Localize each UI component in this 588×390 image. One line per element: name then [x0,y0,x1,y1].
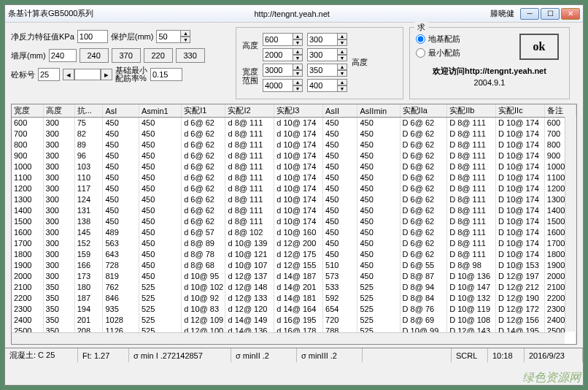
wall-btn-0[interactable]: 240 [80,48,109,63]
spin-down[interactable]: ▼ [293,85,303,92]
spin-down[interactable]: ▼ [337,39,347,46]
ok-button[interactable]: ok [519,34,559,60]
spin-left-0[interactable] [263,33,293,46]
left-form: 净反力特征值KPa 保护层(mm) ▲▼ 墙厚(mm) 240 370 220 … [11,26,230,99]
solve-legend: 求 [414,22,428,33]
height-label: 高度 [242,40,258,51]
spin-down[interactable]: ▼ [293,55,303,61]
minrate-input[interactable] [150,68,182,81]
result-table: 宽度高度抗...AsIAsmin1实配I1实配I2实配I3AsIIAsIImin… [11,104,577,345]
col-header[interactable]: 实配I1 [182,104,225,118]
spin-up[interactable]: ▲ [293,64,303,70]
table-row[interactable]: 24003502011028525d 12@ 109d 14@ 149d 16@… [12,315,576,326]
col-header[interactable]: 高度 [43,104,74,118]
conc-label: 砼标号 [11,69,35,80]
spin-up[interactable]: ▲ [337,64,347,70]
spin-down[interactable]: ▼ [180,37,190,43]
table-row[interactable]: 1600300145489450d 6@ 57d 8@ 102d 10@ 160… [12,227,576,238]
date-text: 2004.9.1 [416,78,563,87]
spin-up[interactable]: ▲ [293,48,303,55]
spin-down[interactable]: ▼ [293,39,303,46]
kpa-input[interactable] [77,30,108,43]
spin-up[interactable]: ▲ [337,48,347,55]
table-row[interactable]: 1500300138450450d 6@ 62d 8@ 111d 10@ 174… [12,216,576,227]
conc-input[interactable] [38,68,60,81]
spin-right-0[interactable] [307,33,338,46]
wall-btn-3[interactable]: 330 [176,48,205,63]
status-smin3: σ minIII .2 [297,348,363,362]
spin-left-3[interactable] [263,79,293,92]
col-header[interactable]: 实配I3 [274,104,323,118]
maximize-button[interactable]: ☐ [541,8,560,20]
table-row[interactable]: 1400300131450450d 6@ 62d 8@ 111d 10@ 174… [12,205,576,216]
radio-min[interactable] [416,48,425,58]
spin-down[interactable]: ▼ [293,70,303,77]
spin-left-1[interactable] [263,48,293,61]
spin-right-3[interactable] [307,79,338,92]
table-row[interactable]: 1700300152563450d 8@ 89d 10@ 139d 12@ 20… [12,238,576,249]
status-smin2: σ minII .2 [231,348,297,362]
spin-up[interactable]: ▲ [293,33,303,39]
spin-up[interactable]: ▲ [337,33,347,39]
minimize-button[interactable]: ─ [520,8,539,20]
wall-input[interactable] [49,49,77,62]
col-header[interactable]: 实配IIb [447,104,496,118]
conc-scroll[interactable]: ◂▸ [63,69,112,80]
kpa-label: 净反力特征值KPa [11,31,74,42]
table-row[interactable]: 90030096450450d 6@ 62d 8@ 111d 10@ 17445… [12,150,576,161]
status-time: 10:18 [488,348,525,362]
cover-input[interactable] [156,30,181,43]
width-range-label: 宽度 范围 [242,67,258,85]
wall-btn-1[interactable]: 370 [112,48,141,63]
horizontal-scrollbar[interactable] [12,332,565,344]
radio-foundation-label: 地基配筋 [428,34,460,45]
table-row[interactable]: 1900300166728450d 8@ 68d 10@ 107d 12@ 15… [12,260,576,271]
table-row[interactable]: 1800300159643450d 8@ 78d 10@ 121d 12@ 17… [12,249,576,260]
app-window: 条基计算表GB5000系列 http://tengnt.yeah.net 滕晓健… [4,4,584,386]
table-row[interactable]: 2000300173819450d 10@ 95d 12@ 137d 14@ 1… [12,271,576,282]
spin-down[interactable]: ▼ [337,85,347,92]
table-row[interactable]: 1000300103450450d 6@ 62d 8@ 111d 10@ 174… [12,161,576,172]
status-concrete: 混凝土: C 25 [5,348,78,362]
col-header[interactable]: 抗... [74,104,103,118]
table-row[interactable]: 2100350180762525d 10@ 102d 12@ 148d 14@ … [12,282,576,293]
table-row[interactable]: 1300300124450450d 6@ 62d 8@ 111d 10@ 174… [12,194,576,205]
table-row[interactable]: 1100300110450450d 6@ 62d 8@ 111d 10@ 174… [12,172,576,183]
spin-right-1[interactable] [307,48,338,61]
range-group: 高度 宽度 范围 ▲▼▲▼▲▼▲▼ ▲▼▲▼▲▼▲▼ 高度 [236,27,403,99]
table-row[interactable]: 80030089450450d 6@ 62d 8@ 111d 10@ 17445… [12,139,576,150]
col-header[interactable]: AsIImin [357,104,400,118]
col-header[interactable]: 备注 [544,104,576,118]
side-label: 高度 [352,57,368,68]
spin-up[interactable]: ▲ [180,30,190,37]
status-bar: 混凝土: C 25 Ft: 1.27 σ min I .272142857 σ … [5,348,583,362]
col-header[interactable]: 宽度 [12,104,43,118]
status-smin1: σ min I .272142857 [129,348,231,362]
radio-foundation[interactable] [416,34,425,44]
solve-group: 求 地基配筋 最小配筋 ok 欢迎访问http://tengnt.yeah.ne… [409,27,570,99]
vertical-scrollbar[interactable] [565,117,576,332]
spin-up[interactable]: ▲ [337,79,347,85]
status-ft: Ft: 1.27 [78,348,129,362]
spin-down[interactable]: ▼ [337,70,347,77]
radio-min-label: 最小配筋 [428,47,460,58]
window-title: 条基计算表GB5000系列 [8,8,93,19]
wall-btn-2[interactable]: 220 [144,48,173,63]
spin-left-2[interactable] [263,64,293,77]
col-header[interactable]: 实配IIc [496,104,545,118]
status-scrl: SCRL [452,348,488,362]
spin-up[interactable]: ▲ [293,79,303,85]
col-header[interactable]: AsII [323,104,357,118]
col-header[interactable]: 实配I2 [225,104,274,118]
col-header[interactable]: Asmin1 [139,104,181,118]
table-row[interactable]: 60030075450450d 6@ 62d 8@ 111d 10@ 17445… [12,118,576,129]
table-row[interactable]: 70030082450450d 6@ 62d 8@ 111d 10@ 17445… [12,129,576,139]
table-row[interactable]: 1200300117450450d 6@ 62d 8@ 111d 10@ 174… [12,183,576,194]
col-header[interactable]: AsI [103,104,139,118]
table-row[interactable]: 2200350187846525d 10@ 92d 12@ 133d 14@ 1… [12,293,576,304]
spin-right-2[interactable] [307,64,338,77]
table-row[interactable]: 2300350194935525d 10@ 83d 12@ 120d 14@ 1… [12,304,576,315]
spin-down[interactable]: ▼ [337,55,347,61]
close-button[interactable]: ✕ [561,8,580,20]
col-header[interactable]: 实配IIa [400,104,447,118]
